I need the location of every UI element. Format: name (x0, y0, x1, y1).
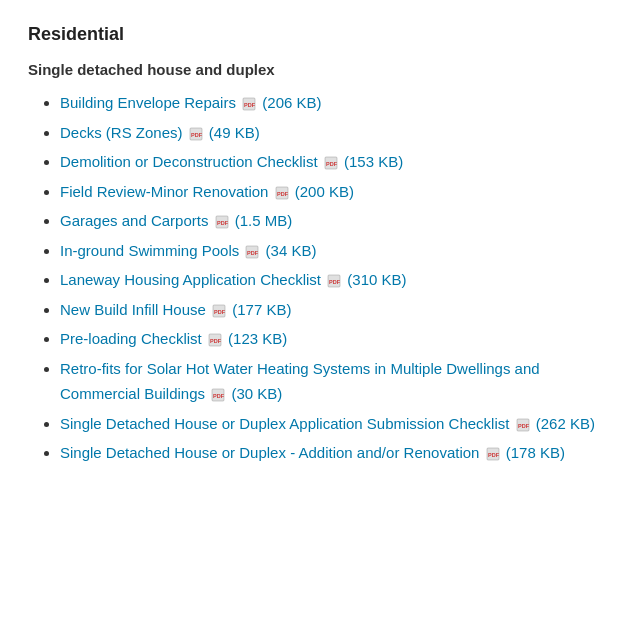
document-list: Building Envelope Repairs PDF (206 KB)De… (28, 90, 612, 466)
pdf-icon: PDF (210, 301, 228, 318)
pdf-icon: PDF (243, 242, 261, 259)
pdf-icon: PDF (209, 385, 227, 402)
svg-text:PDF: PDF (244, 102, 256, 108)
file-size: (34 KB) (261, 242, 316, 259)
pdf-icon: PDF (484, 444, 502, 461)
document-link[interactable]: Decks (RS Zones) PDF (49 KB) (60, 124, 260, 141)
list-item: Demolition or Deconstruction Checklist P… (60, 149, 612, 175)
svg-text:PDF: PDF (210, 338, 222, 344)
document-link[interactable]: Building Envelope Repairs PDF (206 KB) (60, 94, 322, 111)
pdf-icon: PDF (325, 271, 343, 288)
svg-text:PDF: PDF (191, 132, 203, 138)
document-link[interactable]: Field Review-Minor Renovation PDF (200 K… (60, 183, 354, 200)
file-size: (310 KB) (343, 271, 406, 288)
main-container: Residential Single detached house and du… (0, 0, 640, 634)
list-item: New Build Infill House PDF (177 KB) (60, 297, 612, 323)
list-item: Pre-loading Checklist PDF (123 KB) (60, 326, 612, 352)
svg-text:PDF: PDF (217, 220, 229, 226)
pdf-icon: PDF (273, 183, 291, 200)
svg-text:PDF: PDF (518, 423, 530, 429)
svg-text:PDF: PDF (214, 309, 226, 315)
list-item: Retro-fits for Solar Hot Water Heating S… (60, 356, 612, 407)
file-size: (153 KB) (340, 153, 403, 170)
svg-text:PDF: PDF (326, 161, 338, 167)
document-link[interactable]: Demolition or Deconstruction Checklist P… (60, 153, 403, 170)
list-item: Field Review-Minor Renovation PDF (200 K… (60, 179, 612, 205)
svg-text:PDF: PDF (277, 191, 289, 197)
file-size: (178 KB) (502, 444, 565, 461)
document-link[interactable]: Pre-loading Checklist PDF (123 KB) (60, 330, 287, 347)
subsection-title: Single detached house and duplex (28, 61, 612, 78)
file-size: (206 KB) (258, 94, 321, 111)
pdf-icon: PDF (213, 212, 231, 229)
list-item: In-ground Swimming Pools PDF (34 KB) (60, 238, 612, 264)
document-link[interactable]: Laneway Housing Application Checklist PD… (60, 271, 407, 288)
document-link[interactable]: In-ground Swimming Pools PDF (34 KB) (60, 242, 316, 259)
pdf-icon: PDF (514, 415, 532, 432)
document-link[interactable]: New Build Infill House PDF (177 KB) (60, 301, 291, 318)
pdf-icon: PDF (206, 330, 224, 347)
file-size: (262 KB) (532, 415, 595, 432)
document-link[interactable]: Retro-fits for Solar Hot Water Heating S… (60, 360, 540, 403)
document-link[interactable]: Single Detached House or Duplex - Additi… (60, 444, 565, 461)
svg-text:PDF: PDF (247, 250, 259, 256)
file-size: (177 KB) (228, 301, 291, 318)
svg-text:PDF: PDF (329, 279, 341, 285)
list-item: Single Detached House or Duplex - Additi… (60, 440, 612, 466)
svg-text:PDF: PDF (488, 452, 500, 458)
svg-text:PDF: PDF (213, 393, 225, 399)
file-size: (123 KB) (224, 330, 287, 347)
list-item: Decks (RS Zones) PDF (49 KB) (60, 120, 612, 146)
list-item: Building Envelope Repairs PDF (206 KB) (60, 90, 612, 116)
list-item: Single Detached House or Duplex Applicat… (60, 411, 612, 437)
list-item: Laneway Housing Application Checklist PD… (60, 267, 612, 293)
list-item: Garages and Carports PDF (1.5 MB) (60, 208, 612, 234)
file-size: (200 KB) (291, 183, 354, 200)
pdf-icon: PDF (187, 124, 205, 141)
file-size: (49 KB) (205, 124, 260, 141)
file-size: (1.5 MB) (231, 212, 293, 229)
section-title: Residential (28, 24, 612, 45)
document-link[interactable]: Single Detached House or Duplex Applicat… (60, 415, 595, 432)
pdf-icon: PDF (322, 153, 340, 170)
pdf-icon: PDF (240, 94, 258, 111)
document-link[interactable]: Garages and Carports PDF (1.5 MB) (60, 212, 292, 229)
file-size: (30 KB) (227, 385, 282, 402)
